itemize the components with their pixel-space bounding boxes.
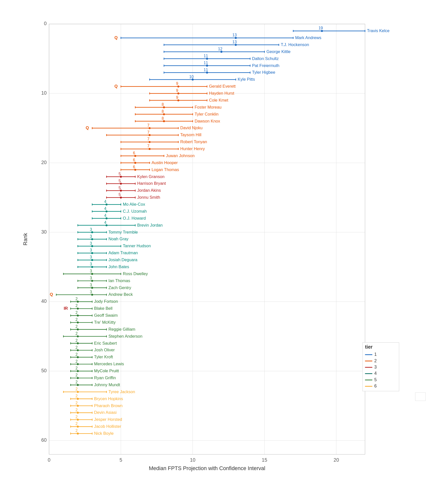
svg-text:Kylen Granson: Kylen Granson: [137, 174, 165, 179]
svg-text:Andrew Beck: Andrew Beck: [109, 292, 133, 297]
svg-point-98: [163, 106, 165, 108]
svg-text:2: 2: [75, 324, 78, 329]
svg-point-177: [120, 196, 122, 198]
svg-point-141: [134, 155, 136, 157]
svg-text:6: 6: [374, 383, 377, 388]
svg-text:6: 6: [133, 165, 135, 169]
svg-point-341: [77, 384, 79, 386]
svg-text:Q: Q: [86, 125, 89, 130]
svg-text:Tyler Higbee: Tyler Higbee: [252, 70, 275, 75]
svg-text:Austin Hooper: Austin Hooper: [152, 160, 178, 165]
svg-text:4: 4: [104, 213, 107, 218]
svg-text:9: 9: [176, 81, 178, 86]
svg-text:George Kittle: George Kittle: [266, 49, 290, 54]
svg-text:13: 13: [232, 40, 237, 44]
chart-container: 010203040506005101520RankMedian FPTS Pro…: [0, 0, 448, 498]
svg-point-189: [106, 210, 108, 212]
svg-point-171: [120, 190, 122, 192]
svg-text:2: 2: [75, 359, 78, 364]
main-chart: 010203040506005101520RankMedian FPTS Pro…: [20, 15, 433, 476]
chart-area: 010203040506005101520RankMedian FPTS Pro…: [20, 15, 433, 476]
svg-text:7: 7: [147, 130, 150, 134]
svg-text:2: 2: [75, 408, 78, 412]
svg-text:Josh Oliver: Josh Oliver: [94, 348, 115, 352]
svg-text:Tommy Tremble: Tommy Tremble: [109, 230, 138, 235]
svg-point-371: [77, 419, 79, 421]
svg-text:50: 50: [41, 368, 47, 373]
svg-point-86: [177, 92, 179, 94]
svg-point-237: [91, 266, 93, 268]
svg-point-365: [77, 412, 79, 414]
svg-text:Q: Q: [50, 292, 53, 297]
svg-text:Mo Alie-Cox: Mo Alie-Cox: [123, 202, 145, 207]
svg-point-153: [134, 169, 136, 171]
svg-point-213: [91, 238, 93, 240]
svg-point-249: [91, 280, 93, 282]
svg-text:8: 8: [162, 116, 164, 121]
svg-text:Hayden Hurst: Hayden Hurst: [209, 91, 234, 96]
svg-text:Tyree Jackson: Tyree Jackson: [109, 389, 135, 394]
svg-point-201: [106, 224, 108, 226]
svg-point-195: [106, 217, 108, 219]
svg-text:3: 3: [90, 234, 92, 239]
svg-point-347: [77, 391, 79, 393]
svg-text:Travis Kelce: Travis Kelce: [367, 28, 390, 33]
svg-text:4: 4: [104, 220, 107, 225]
svg-text:3: 3: [90, 248, 92, 252]
svg-point-231: [91, 259, 93, 261]
svg-text:Eric Saubert: Eric Saubert: [94, 341, 117, 346]
svg-point-359: [77, 405, 79, 407]
svg-text:2: 2: [75, 317, 78, 322]
svg-point-287: [77, 321, 79, 323]
svg-point-36: [235, 37, 237, 39]
svg-text:9: 9: [176, 88, 178, 93]
svg-text:T.J. Hockenson: T.J. Hockenson: [281, 42, 309, 47]
svg-text:Pharaoh Brown: Pharaoh Brown: [94, 403, 122, 408]
svg-text:5: 5: [374, 377, 377, 382]
svg-text:3: 3: [90, 283, 92, 287]
svg-text:Ian Thomas: Ian Thomas: [109, 278, 130, 283]
svg-text:Kyle Pitts: Kyle Pitts: [238, 77, 255, 82]
svg-text:3: 3: [90, 241, 92, 246]
svg-text:7: 7: [147, 137, 150, 141]
svg-text:2: 2: [75, 345, 78, 350]
svg-text:7: 7: [147, 123, 150, 127]
svg-point-311: [77, 349, 79, 351]
svg-text:Mark Andrews: Mark Andrews: [295, 35, 321, 40]
svg-text:10: 10: [189, 75, 194, 79]
svg-text:tier: tier: [365, 344, 373, 350]
svg-text:Cole Kmet: Cole Kmet: [209, 98, 228, 103]
svg-text:O.J. Howard: O.J. Howard: [123, 216, 146, 221]
svg-text:Josiah Deguara: Josiah Deguara: [109, 257, 138, 262]
svg-text:Brycen Hopkins: Brycen Hopkins: [94, 396, 123, 401]
svg-text:2: 2: [374, 358, 377, 363]
svg-text:2: 2: [75, 373, 78, 377]
svg-text:5: 5: [118, 186, 121, 190]
svg-point-243: [91, 273, 93, 275]
svg-point-30: [321, 30, 323, 32]
svg-text:Nick Boyle: Nick Boyle: [94, 431, 113, 436]
svg-text:2: 2: [75, 401, 78, 405]
svg-text:Foster Moreau: Foster Moreau: [195, 105, 222, 110]
svg-text:3: 3: [90, 227, 92, 232]
svg-point-135: [149, 148, 151, 150]
svg-text:3: 3: [90, 269, 92, 273]
svg-point-129: [149, 141, 151, 143]
svg-text:Jesper Horsted: Jesper Horsted: [94, 417, 122, 422]
svg-text:Harrison Bryant: Harrison Bryant: [137, 181, 166, 186]
svg-text:Gerald Everett: Gerald Everett: [209, 84, 236, 89]
svg-text:Mercedes Lewis: Mercedes Lewis: [94, 362, 124, 366]
svg-text:5: 5: [118, 179, 121, 183]
svg-text:0: 0: [44, 21, 47, 26]
svg-text:Brevin Jordan: Brevin Jordan: [137, 223, 163, 228]
svg-text:Johnny Mundt: Johnny Mundt: [94, 382, 120, 387]
svg-point-73: [192, 79, 194, 81]
svg-point-43: [235, 44, 237, 46]
svg-text:Reggie Gilliam: Reggie Gilliam: [109, 327, 135, 332]
svg-point-207: [91, 231, 93, 233]
svg-point-104: [163, 113, 165, 115]
svg-text:2: 2: [75, 311, 78, 315]
svg-point-67: [206, 72, 208, 74]
svg-point-147: [134, 162, 136, 164]
svg-text:Blake Bell: Blake Bell: [94, 306, 112, 311]
